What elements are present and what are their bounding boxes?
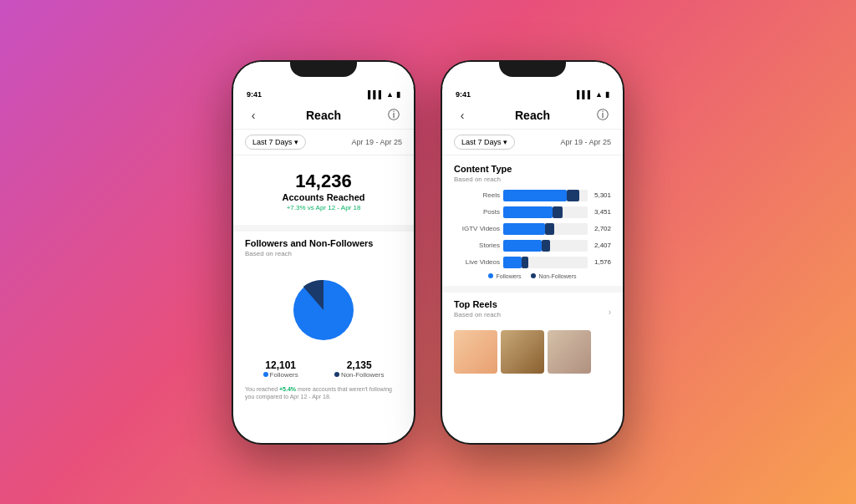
pie-container (245, 264, 402, 356)
bars-container: Reels5,301Posts3,451IGTV Videos2,702Stor… (454, 190, 611, 268)
nonfollowers-stat: 2,135 Non-Followers (334, 359, 385, 379)
notch-area-2 (442, 62, 623, 87)
section-divider-2 (442, 286, 623, 293)
header-title-1: Reach (306, 109, 341, 122)
top-reels-subtitle: Based on reach (454, 311, 501, 318)
legend-followers-label: Followers (496, 273, 521, 279)
bar-value: 5,301 (594, 191, 611, 199)
phone-frame-1: 9:41 ▌▌▌ ▲ ▮ ‹ Reach ⓘ Last 7 Days ▾ Apr… (232, 60, 415, 445)
followers-count: 12,101 (263, 359, 298, 371)
followers-label: Followers (263, 371, 298, 379)
followers-section: Followers and Non-Followers Based on rea… (245, 238, 402, 400)
bar-track (503, 240, 588, 252)
header-title-2: Reach (515, 109, 550, 122)
bar-fill-followers (503, 240, 542, 252)
app-header-1: ‹ Reach ⓘ (233, 102, 414, 130)
content-type-title: Content Type (454, 164, 611, 174)
bar-fill-followers (503, 257, 522, 268)
change-indicator: +7.3% vs Apr 12 - Apr 18 (245, 204, 402, 211)
legend-nonfollowers: Non-Followers (531, 273, 576, 279)
legend-nonfollowers-label: Non-Followers (538, 273, 576, 279)
top-reels-header: Top Reels Based on reach › (454, 299, 611, 325)
notch-2 (499, 62, 566, 77)
bar-row: Posts3,451 (454, 206, 611, 218)
bar-fill-followers (503, 190, 567, 201)
bar-row: IGTV Videos2,702 (454, 223, 611, 235)
phone-frame-2: 9:41 ▌▌▌ ▲ ▮ ‹ Reach ⓘ Last 7 Days ▾ Apr… (441, 60, 624, 445)
date-dropdown-2[interactable]: Last 7 Days ▾ (454, 135, 515, 150)
status-icons-1: ▌▌▌ ▲ ▮ (368, 90, 400, 99)
top-reels-titles: Top Reels Based on reach (454, 299, 501, 325)
bar-label: Reels (454, 191, 500, 199)
reach-note: You reached +5.4% more accounts that wer… (245, 385, 402, 400)
bar-track (503, 223, 588, 235)
bar-row: Live Videos1,576 (454, 257, 611, 268)
back-button-2[interactable]: ‹ (454, 107, 471, 124)
bar-fill-nonfollowers (567, 190, 579, 201)
section-divider-1 (233, 225, 414, 232)
content-type-section: Content Type Based on reach Reels5,301Po… (454, 164, 611, 279)
legend-followers-dot (488, 273, 493, 278)
followers-stats: 12,101 Followers 2,135 Non-Followers (245, 359, 402, 379)
followers-stat: 12,101 Followers (263, 359, 298, 379)
screen-content-1: 14,236 Accounts Reached +7.3% vs Apr 12 … (233, 155, 414, 443)
top-reels-title: Top Reels (454, 299, 501, 309)
nonfollowers-label: Non-Followers (334, 371, 385, 379)
time-1: 9:41 (247, 90, 262, 99)
bar-fill-followers (503, 223, 545, 235)
status-icons-2: ▌▌▌ ▲ ▮ (577, 90, 609, 99)
bar-label: IGTV Videos (454, 225, 500, 232)
bar-value: 2,407 (594, 242, 611, 249)
accounts-label: Accounts Reached (245, 192, 402, 202)
wifi-icon: ▲ (386, 90, 394, 99)
accounts-reached-section: 14,236 Accounts Reached +7.3% vs Apr 12 … (245, 164, 402, 218)
legend-nonfollowers-dot (531, 273, 536, 278)
wifi-icon-2: ▲ (595, 90, 603, 99)
content-type-subtitle: Based on reach (454, 176, 611, 183)
bar-fill-followers (503, 206, 553, 218)
screen-content-2: Content Type Based on reach Reels5,301Po… (442, 155, 623, 443)
battery-icon: ▮ (396, 90, 400, 99)
reel-thumb-3[interactable] (548, 330, 591, 374)
phone-2: 9:41 ▌▌▌ ▲ ▮ ‹ Reach ⓘ Last 7 Days ▾ Apr… (441, 60, 624, 445)
phone-1: 9:41 ▌▌▌ ▲ ▮ ‹ Reach ⓘ Last 7 Days ▾ Apr… (232, 60, 415, 445)
bar-fill-nonfollowers (522, 257, 528, 268)
status-bar-2: 9:41 ▌▌▌ ▲ ▮ (442, 87, 623, 102)
followers-subtitle: Based on reach (245, 250, 402, 257)
nonfollowers-dot (334, 372, 339, 377)
phone-screen-2: 9:41 ▌▌▌ ▲ ▮ ‹ Reach ⓘ Last 7 Days ▾ Apr… (442, 62, 623, 443)
bar-row: Reels5,301 (454, 190, 611, 201)
filter-bar-1: Last 7 Days ▾ Apr 19 - Apr 25 (233, 130, 414, 155)
date-range-2: Apr 19 - Apr 25 (560, 138, 611, 146)
bar-fill-nonfollowers (542, 240, 549, 252)
reel-thumb-1[interactable] (454, 330, 497, 374)
filter-bar-2: Last 7 Days ▾ Apr 19 - Apr 25 (442, 130, 623, 155)
status-bar-1: 9:41 ▌▌▌ ▲ ▮ (233, 87, 414, 102)
followers-dot (263, 372, 268, 377)
reel-thumb-2[interactable] (501, 330, 544, 374)
bar-fill-nonfollowers (553, 206, 563, 218)
reels-chevron-icon[interactable]: › (609, 308, 611, 317)
bar-value: 1,576 (594, 258, 611, 266)
bar-fill-nonfollowers (545, 223, 553, 235)
reels-thumbnails (454, 330, 611, 374)
followers-title: Followers and Non-Followers (245, 238, 402, 248)
phone-screen-1: 9:41 ▌▌▌ ▲ ▮ ‹ Reach ⓘ Last 7 Days ▾ Apr… (233, 62, 414, 443)
top-reels-section: Top Reels Based on reach › (454, 299, 611, 374)
back-button-1[interactable]: ‹ (245, 107, 262, 124)
signal-icon: ▌▌▌ (368, 90, 384, 99)
app-header-2: ‹ Reach ⓘ (442, 102, 623, 130)
bar-row: Stories2,407 (454, 240, 611, 252)
bar-value: 2,702 (594, 225, 611, 232)
notch (290, 62, 357, 77)
date-dropdown-1[interactable]: Last 7 Days ▾ (245, 135, 306, 150)
info-button-2[interactable]: ⓘ (594, 107, 611, 124)
info-button-1[interactable]: ⓘ (385, 107, 402, 124)
signal-icon-2: ▌▌▌ (577, 90, 593, 99)
notch-area (233, 62, 414, 87)
legend-row: Followers Non-Followers (454, 273, 611, 279)
bar-track (503, 190, 588, 201)
bar-label: Live Videos (454, 258, 500, 266)
accounts-number: 14,236 (245, 171, 402, 192)
bar-label: Posts (454, 208, 500, 216)
